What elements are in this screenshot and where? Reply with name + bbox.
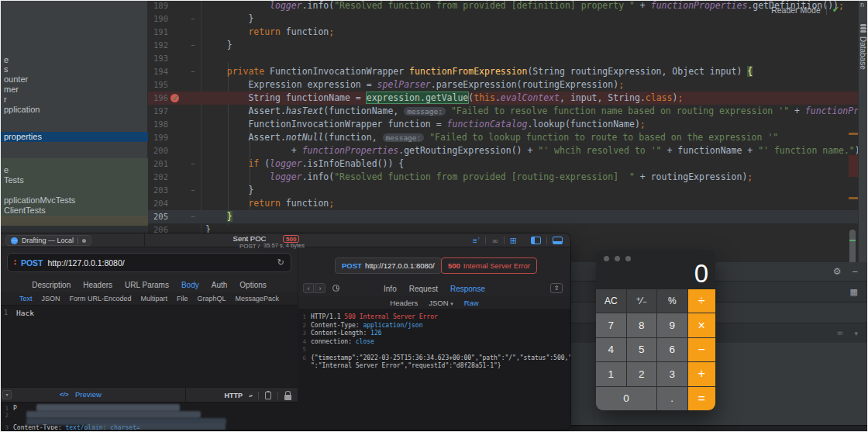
traffic-light-close-icon[interactable]: [604, 256, 609, 261]
calc-button-3[interactable]: 3: [657, 362, 687, 385]
code-line[interactable]: 204 return function;: [148, 197, 859, 210]
minimize-icon[interactable]: −: [852, 266, 858, 278]
tab-options[interactable]: Options: [239, 281, 266, 289]
gear-icon[interactable]: ⚙: [833, 266, 842, 277]
body-tab-file[interactable]: File: [177, 295, 188, 302]
clipboard-icon[interactable]: [265, 392, 271, 399]
lock-icon[interactable]: [284, 395, 291, 400]
code-line[interactable]: 197 Assert.hasText(functionName, message…: [148, 105, 859, 118]
calc-button-sign[interactable]: ⁺⁄₋: [627, 289, 657, 313]
tab-url-params[interactable]: URL Params: [125, 281, 169, 289]
traffic-light-zoom-icon[interactable]: [625, 256, 631, 261]
sort-list-icon[interactable]: ≡↑: [473, 235, 480, 245]
calc-button-divide[interactable]: ÷: [688, 289, 716, 313]
project-tree-item[interactable]: ClientTests: [1, 206, 148, 216]
project-tree-item[interactable]: pplicationMvcTests: [1, 195, 148, 206]
refresh-icon[interactable]: ↻: [277, 257, 284, 268]
response-tab-info[interactable]: Info: [384, 285, 397, 293]
layout-bottom-panel-icon[interactable]: [553, 237, 563, 244]
code-line[interactable]: 198 FunctionInvocationWrapper function =…: [148, 118, 859, 131]
body-tab-text[interactable]: Text: [19, 295, 33, 302]
calc-button-1[interactable]: 1: [596, 362, 626, 385]
code-line[interactable]: 190− }: [148, 12, 859, 26]
scrollbar[interactable]: [849, 230, 856, 262]
calc-button-2[interactable]: 2: [627, 362, 657, 385]
calc-button-decimal[interactable]: .: [657, 387, 687, 410]
calc-button-multiply[interactable]: ×: [688, 313, 716, 337]
view-tab-json[interactable]: JSON ▾: [429, 299, 453, 307]
calc-button-plus[interactable]: +: [688, 362, 716, 385]
code-line[interactable]: 195 Expression expression = spelParser.p…: [148, 78, 859, 92]
project-tree-item[interactable]: Tests: [1, 175, 148, 185]
fold-marker-icon[interactable]: −: [188, 65, 198, 78]
code-line[interactable]: 191 return function;: [148, 26, 859, 39]
body-tab-form-url-encoded[interactable]: Form URL-Encoded: [69, 295, 131, 302]
code-editor[interactable]: 189 logger.info("Resolved function from …: [148, 1, 859, 262]
project-tree-item[interactable]: pplication: [1, 105, 148, 115]
share-icon[interactable]: ⇧: [550, 283, 563, 293]
calc-button-6[interactable]: 6: [657, 338, 687, 361]
protocol-select[interactable]: HTTP: [224, 392, 243, 399]
dropdown-chevron-icon[interactable]: ▾: [2, 390, 12, 399]
reader-mode-banner[interactable]: Reader Mode ✔: [771, 5, 839, 15]
tool-window-tab-database[interactable]: Database: [859, 36, 867, 70]
infinity-icon[interactable]: ∞: [836, 328, 843, 338]
project-tree-item[interactable]: s: [1, 64, 148, 74]
project-tree-item[interactable]: properties: [1, 132, 148, 142]
project-tree-item[interactable]: ounter: [1, 74, 148, 85]
code-line[interactable]: 205− }: [148, 210, 859, 223]
fold-marker-icon[interactable]: −: [188, 184, 198, 197]
response-tab-response[interactable]: Response: [450, 285, 485, 293]
body-content[interactable]: Hack: [16, 309, 34, 317]
body-tab-graphql[interactable]: GraphQL: [198, 295, 226, 302]
titlebar[interactable]: ⋯ Drafting — Local Sent POC POST / 500 3…: [1, 233, 570, 247]
calc-button-percent[interactable]: %: [657, 289, 687, 313]
tab-description[interactable]: Description: [32, 281, 71, 289]
table-layout-icon[interactable]: ▦: [850, 287, 858, 297]
layout-left-panel-icon[interactable]: [531, 237, 541, 244]
project-tree-item[interactable]: mer: [1, 85, 148, 95]
project-switcher[interactable]: ⋯ Drafting — Local: [5, 235, 91, 246]
method-label[interactable]: POST: [21, 258, 43, 268]
body-editor[interactable]: 1 Hack: [1, 305, 298, 387]
code-line[interactable]: 201− if (logger.isInfoEnabled()) {: [148, 157, 859, 171]
calc-button-minus[interactable]: −: [688, 338, 716, 361]
code-line[interactable]: 199 Assert.notNull(function, message: "F…: [148, 131, 859, 144]
code-line[interactable]: 193: [148, 52, 859, 65]
preview-button[interactable]: Preview: [75, 390, 102, 399]
caret-down-icon[interactable]: ▾: [854, 330, 858, 337]
code-line[interactable]: 203− }: [148, 184, 859, 197]
request-url-badge[interactable]: POST http://127.0.0.1:8080/: [335, 257, 442, 274]
url-input[interactable]: http://127.0.0.1:8080/: [47, 258, 272, 268]
calc-button-4[interactable]: 4: [596, 338, 626, 361]
calc-button-0[interactable]: 0: [596, 387, 656, 410]
new-tab-icon[interactable]: ⊞: [510, 236, 517, 246]
project-tree-item[interactable]: r: [1, 95, 148, 105]
body-tab-multipart[interactable]: Multipart: [140, 295, 167, 302]
code-line[interactable]: 189 logger.info("Resolved function from …: [148, 1, 859, 12]
traffic-light-minimize-icon[interactable]: [615, 256, 620, 261]
fold-marker-icon[interactable]: −: [188, 210, 198, 223]
response-tab-request[interactable]: Request: [409, 285, 438, 293]
code-line[interactable]: 196✓ String functionName = expression.ge…: [148, 92, 859, 105]
tool-window-tab-partial[interactable]: n: [860, 1, 864, 9]
code-preview-icon[interactable]: </>: [60, 391, 69, 398]
project-tree-item[interactable]: e: [1, 165, 148, 175]
calc-button-8[interactable]: 8: [627, 313, 657, 337]
tab-headers[interactable]: Headers: [83, 281, 112, 289]
calc-button-7[interactable]: 7: [596, 313, 626, 337]
raw-response-area[interactable]: 1HTTP/1.1 500 Internal Server Error2Cont…: [298, 309, 570, 430]
calc-button-clear[interactable]: AC: [596, 289, 626, 313]
code-line[interactable]: 194− private FunctionInvocationWrapper f…: [148, 65, 859, 78]
fold-marker-icon[interactable]: −: [188, 39, 198, 52]
loop-icon[interactable]: ∞: [491, 237, 498, 245]
calc-button-equals[interactable]: =: [688, 387, 716, 410]
fold-marker-icon[interactable]: −: [188, 12, 198, 26]
breakpoint-stripe-mark[interactable]: [849, 155, 858, 177]
view-tab-headers[interactable]: Headers: [390, 299, 418, 307]
tab-auth[interactable]: Auth: [212, 281, 228, 289]
fold-marker-icon[interactable]: −: [188, 157, 198, 171]
calculator-window[interactable]: 0 AC⁺⁄₋%÷789×456−123+0.=: [596, 250, 715, 410]
calc-button-5[interactable]: 5: [627, 338, 657, 361]
code-line[interactable]: 202 logger.info("Resolved function from …: [148, 171, 859, 184]
